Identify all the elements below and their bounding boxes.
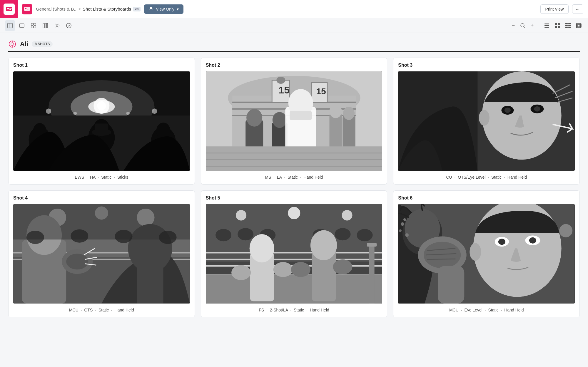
svg-point-136 — [335, 228, 350, 240]
svg-rect-151 — [369, 244, 374, 304]
svg-point-99 — [534, 106, 540, 112]
breadcrumb-separator: > — [78, 6, 81, 12]
svg-rect-131 — [206, 226, 382, 253]
svg-point-168 — [470, 243, 481, 261]
svg-point-97 — [505, 108, 511, 113]
shot-tag: HA — [90, 175, 96, 180]
svg-rect-16 — [45, 23, 46, 28]
svg-rect-61 — [95, 123, 108, 133]
shot-tag: EWS — [75, 175, 84, 180]
film-view-button[interactable] — [574, 21, 583, 30]
shot-card-2[interactable]: Shot 2 15 15 — [201, 58, 387, 185]
svg-rect-10 — [19, 24, 24, 27]
svg-rect-15 — [43, 23, 44, 28]
breadcrumb-app[interactable]: General (Shots & B.. — [36, 6, 76, 11]
sidebar-toggle-button[interactable] — [5, 20, 15, 31]
table-view-button[interactable] — [553, 21, 562, 30]
svg-rect-12 — [34, 23, 36, 25]
svg-point-148 — [310, 230, 337, 260]
shot-title-6: Shot 6 — [398, 195, 575, 201]
list-view-button[interactable] — [542, 21, 552, 30]
svg-text:15: 15 — [278, 85, 289, 95]
svg-rect-3 — [9, 9, 11, 10]
svg-text:?: ? — [68, 24, 70, 27]
shot-image-4 — [13, 204, 190, 304]
scene-divider — [8, 51, 580, 52]
grid-view-button[interactable] — [28, 20, 39, 31]
shot-tag: MCU — [69, 308, 78, 312]
shot-card-3[interactable]: Shot 3 — [393, 58, 580, 185]
svg-point-65 — [152, 108, 157, 114]
svg-point-150 — [333, 259, 352, 274]
svg-point-146 — [273, 262, 293, 277]
svg-point-122 — [26, 231, 44, 244]
svg-point-18 — [56, 25, 58, 26]
shot-tag: OTS — [84, 308, 93, 312]
shot-card-5[interactable]: Shot 5 — [201, 190, 387, 317]
svg-rect-41 — [580, 24, 581, 28]
shot-tag: 2-Shot/LA — [270, 308, 288, 312]
shot-tag: Static — [98, 308, 109, 312]
shot-tag: Hand Held — [504, 308, 524, 312]
settings-button[interactable] — [52, 20, 62, 31]
svg-point-100 — [479, 110, 490, 126]
svg-point-167 — [529, 237, 536, 244]
shot-tag: MS — [265, 175, 271, 180]
svg-point-76 — [276, 77, 285, 84]
svg-point-86 — [343, 107, 355, 120]
svg-rect-40 — [576, 24, 577, 28]
svg-rect-30 — [565, 23, 567, 24]
svg-point-156 — [559, 224, 572, 237]
shot-card-4[interactable]: Shot 4 — [8, 190, 195, 317]
view-only-button[interactable]: 👁 View Only ▾ — [144, 4, 183, 14]
breadcrumb: General (Shots & B.. > Shot Lists & Stor… — [36, 6, 141, 12]
shot-image-3 — [398, 71, 575, 171]
shot-image-1 — [13, 71, 190, 171]
scene-section: Ali 8 SHOTS Shot 1 — [0, 33, 588, 324]
svg-point-82 — [272, 112, 286, 128]
svg-point-149 — [291, 262, 310, 277]
storyboard-view-button[interactable] — [563, 21, 573, 30]
svg-point-162 — [405, 233, 409, 237]
shot-tag: Static — [294, 308, 304, 312]
columns-view-button[interactable] — [40, 20, 51, 31]
app-header: General (Shots & B.. > Shot Lists & Stor… — [0, 0, 588, 18]
svg-rect-35 — [569, 25, 571, 26]
shot-tag: Hand Held — [304, 175, 323, 180]
shot-card-6[interactable]: Shot 6 — [393, 190, 580, 317]
shot-image-6 — [398, 204, 575, 304]
svg-point-128 — [236, 210, 246, 220]
svg-point-66 — [73, 112, 77, 115]
app-icon[interactable] — [22, 4, 32, 14]
svg-rect-23 — [544, 24, 549, 24]
zoom-out-button[interactable]: − — [509, 21, 517, 30]
shot-card-1[interactable]: Shot 1 — [8, 58, 195, 185]
svg-rect-14 — [34, 26, 36, 28]
frame-view-button[interactable] — [16, 20, 27, 31]
svg-point-44 — [11, 43, 14, 46]
shot-tag: Hand Held — [115, 308, 134, 312]
svg-rect-1 — [7, 8, 9, 9]
svg-rect-152 — [367, 243, 377, 247]
zoom-in-button[interactable]: + — [528, 21, 536, 30]
more-options-button[interactable]: ··· — [572, 4, 583, 14]
shot-title-5: Shot 5 — [206, 195, 382, 201]
main-toolbar: ? − + — [0, 18, 588, 33]
shot-tags-2: MS · LA · Static · Hand Held — [206, 175, 382, 180]
svg-text:15: 15 — [316, 86, 326, 96]
svg-point-130 — [342, 210, 352, 220]
shot-title-4: Shot 4 — [13, 195, 190, 201]
shot-title-2: Shot 2 — [206, 63, 382, 68]
print-view-button[interactable]: Print View — [540, 4, 569, 14]
shots-count-badge: 8 SHOTS — [32, 41, 53, 47]
shot-tag: Static — [288, 175, 298, 180]
zoom-reset-button[interactable] — [519, 21, 527, 30]
svg-point-160 — [399, 229, 402, 232]
svg-point-145 — [231, 265, 251, 280]
view-mode-buttons — [542, 21, 583, 30]
svg-point-123 — [71, 229, 88, 242]
svg-line-22 — [524, 26, 525, 28]
shot-tags-1: EWS · HA · Static · Sticks — [13, 175, 190, 180]
help-button[interactable]: ? — [64, 20, 74, 31]
svg-rect-117 — [137, 266, 163, 304]
